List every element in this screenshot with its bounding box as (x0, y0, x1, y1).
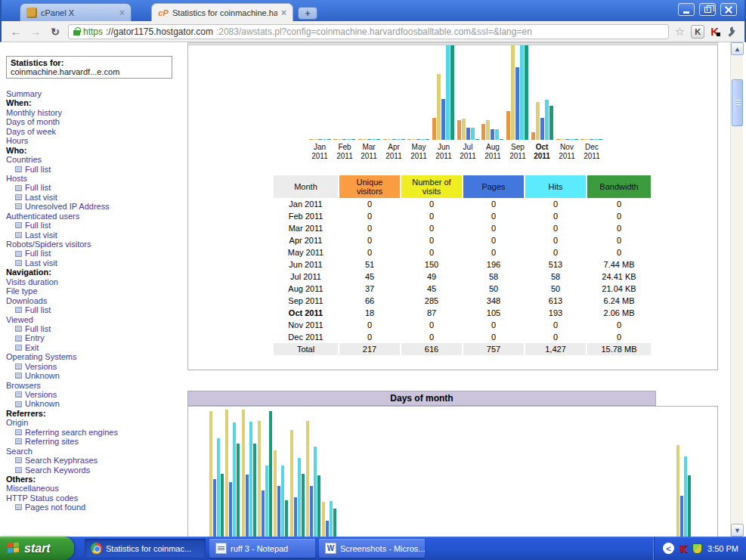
sidebar-link[interactable]: Search (6, 447, 172, 456)
sidebar-link[interactable]: Exit (6, 343, 172, 352)
sidebar-link-text[interactable]: Pages not found (25, 503, 85, 512)
sidebar-link[interactable]: Versions (6, 362, 172, 371)
sidebar-link[interactable]: Downloads (6, 296, 172, 305)
sidebar-link-text[interactable]: Visits duration (6, 277, 58, 286)
sidebar-link-text[interactable]: Last visit (25, 230, 57, 240)
sidebar-link-text[interactable]: Full list (25, 165, 51, 174)
sidebar-link-text[interactable]: Countries (6, 155, 42, 164)
sidebar-link[interactable]: Browsers (6, 381, 172, 390)
sidebar-link-text[interactable]: Unknown (25, 399, 60, 408)
sidebar-link-text[interactable]: HTTP Status codes (6, 493, 78, 503)
sidebar-link-text[interactable]: Miscellaneous (6, 484, 59, 493)
scroll-up-button[interactable]: ▲ (731, 42, 744, 55)
sidebar-link-text[interactable]: Referring search engines (25, 428, 118, 437)
taskbar-button-notepad[interactable]: ruff 3 - Notepad (209, 539, 315, 558)
security-tray-icon[interactable] (692, 543, 702, 554)
new-tab-button[interactable]: + (298, 7, 317, 20)
sidebar-link-text[interactable]: Full list (25, 324, 51, 333)
sidebar-link-text[interactable]: Entry (25, 333, 45, 342)
sidebar-link[interactable]: Operating Systems (6, 352, 172, 361)
sidebar-link[interactable]: Search Keywords (6, 466, 172, 475)
sidebar-link[interactable]: Hosts (6, 174, 172, 183)
sidebar-link[interactable]: Last visit (6, 193, 172, 202)
sidebar-link[interactable]: Unresolved IP Address (6, 202, 172, 211)
sidebar-link[interactable]: Countries (6, 155, 172, 164)
sidebar-link-text[interactable]: Full list (25, 249, 51, 258)
tab-close-icon[interactable]: × (281, 8, 286, 18)
sidebar-link[interactable]: Pages not found (6, 503, 172, 512)
sidebar-link[interactable]: Viewed (6, 315, 172, 324)
sidebar-link[interactable]: Full list (6, 183, 172, 192)
sidebar-link[interactable]: Summary (6, 89, 172, 98)
sidebar-link-text[interactable]: Hours (6, 136, 28, 145)
sidebar-link-text[interactable]: Unknown (25, 371, 60, 380)
sidebar-link-text[interactable]: Summary (6, 89, 42, 98)
scroll-down-button[interactable]: ▼ (731, 524, 744, 537)
address-bar[interactable]: https://gator1175.hostgator.com:2083/aws… (68, 24, 669, 39)
sidebar-link-text[interactable]: Exit (25, 343, 39, 352)
tab-cpanel[interactable]: cPanel X × (20, 3, 132, 21)
sidebar-link-text[interactable]: Authenticated users (6, 212, 79, 221)
sidebar-link[interactable]: Visits duration (6, 277, 172, 286)
sidebar-link-text[interactable]: Referring sites (25, 437, 79, 446)
reload-button[interactable]: ↻ (48, 26, 62, 38)
sidebar-link[interactable]: Search Keyphrases (6, 456, 172, 465)
sidebar-link[interactable]: Unknown (6, 399, 172, 408)
sidebar-link-text[interactable]: Search Keywords (25, 466, 90, 475)
sidebar-link[interactable]: Full list (6, 221, 172, 230)
kaspersky-tray-icon[interactable]: K (679, 543, 687, 555)
wrench-menu-icon[interactable] (725, 26, 737, 38)
minimize-button[interactable] (678, 3, 695, 16)
sidebar-link[interactable]: Days of month (6, 117, 172, 126)
sidebar-link-text[interactable]: Last visit (25, 258, 57, 268)
sidebar-link[interactable]: Monthly history (6, 108, 172, 117)
sidebar-link[interactable]: File type (6, 286, 172, 295)
sidebar-link-text[interactable]: Days of week (6, 127, 56, 136)
sidebar-link[interactable]: Last visit (6, 258, 172, 268)
sidebar-link-text[interactable]: Downloads (6, 296, 47, 305)
back-button[interactable]: ← (9, 25, 23, 38)
sidebar-link[interactable]: Referring search engines (6, 428, 172, 437)
sidebar-link[interactable]: Entry (6, 333, 172, 342)
sidebar-link-text[interactable]: Hosts (6, 174, 27, 183)
sidebar-link-text[interactable]: Full list (25, 305, 51, 314)
sidebar-link[interactable]: Days of week (6, 127, 172, 136)
extension-k-icon[interactable]: K (691, 25, 704, 39)
taskbar-button-word[interactable]: WScreenshots - Micros... (319, 539, 425, 558)
sidebar-link[interactable]: Full list (6, 249, 172, 258)
kaspersky-icon[interactable]: K (710, 25, 719, 38)
sidebar-link-text[interactable]: Operating Systems (6, 352, 77, 361)
hide-tray-icons-button[interactable]: < (663, 543, 674, 554)
sidebar-link-text[interactable]: Last visit (25, 193, 57, 202)
sidebar-link[interactable]: Full list (6, 324, 172, 333)
tab-statistics[interactable]: cP Statistics for coinmachine.harv × (151, 3, 293, 21)
sidebar-link-text[interactable]: Viewed (6, 315, 33, 324)
sidebar-link-text[interactable]: Search (6, 447, 33, 456)
bookmark-star-icon[interactable]: ☆ (675, 25, 685, 39)
sidebar-link[interactable]: Versions (6, 390, 172, 399)
scrollbar-thumb[interactable] (732, 79, 743, 126)
sidebar-link[interactable]: Referring sites (6, 437, 172, 446)
sidebar-link-text[interactable]: Unresolved IP Address (25, 202, 110, 211)
sidebar-link[interactable]: Full list (6, 165, 172, 174)
sidebar-link[interactable]: Miscellaneous (6, 484, 172, 493)
start-button[interactable]: start (0, 537, 74, 560)
sidebar-link[interactable]: Robots/Spiders visitors (6, 240, 172, 249)
taskbar-button-chrome[interactable]: Statistics for coinmac... (85, 539, 206, 558)
sidebar-link[interactable]: HTTP Status codes (6, 493, 172, 503)
sidebar-link-text[interactable]: Origin (6, 418, 28, 427)
sidebar-link-text[interactable]: Robots/Spiders visitors (6, 240, 91, 249)
vertical-scrollbar[interactable]: ▲ ▼ (730, 42, 743, 537)
sidebar-link-text[interactable]: Versions (25, 390, 57, 399)
forward-button[interactable]: → (29, 25, 42, 38)
sidebar-link-text[interactable]: Full list (25, 183, 51, 192)
sidebar-link[interactable]: Origin (6, 418, 172, 427)
tab-close-icon[interactable]: × (119, 8, 125, 18)
close-button[interactable] (720, 3, 737, 16)
sidebar-link-text[interactable]: Monthly history (6, 108, 62, 117)
sidebar-link-text[interactable]: Versions (25, 362, 57, 371)
restore-button[interactable] (699, 3, 716, 16)
sidebar-link[interactable]: Last visit (6, 230, 172, 240)
sidebar-link-text[interactable]: Search Keyphrases (25, 456, 98, 465)
sidebar-link[interactable]: Unknown (6, 371, 172, 380)
